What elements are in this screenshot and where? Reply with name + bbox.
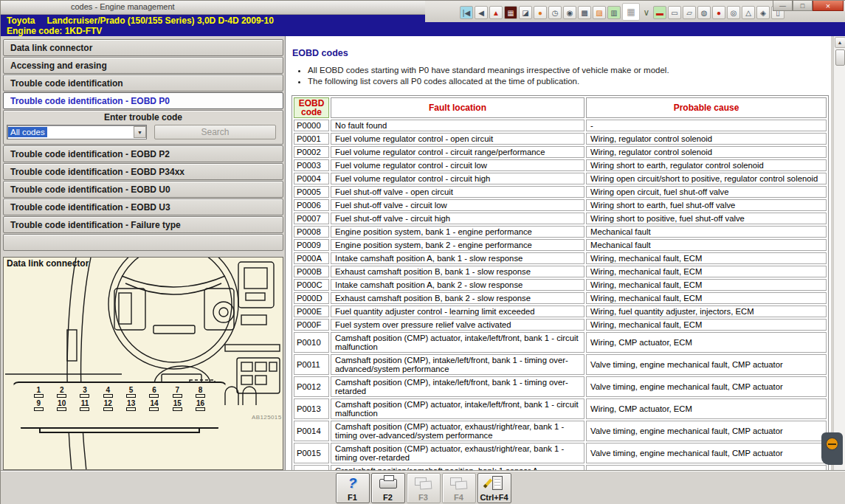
wheel-icon[interactable]: ◎	[727, 6, 740, 19]
go-back-icon[interactable]: ◀	[475, 6, 488, 19]
sidebar-item-empty[interactable]	[3, 234, 283, 251]
fault-cell: Fuel volume regulator control - circuit …	[331, 173, 584, 184]
code-cell: P000F	[294, 319, 329, 331]
diagnostics-icon[interactable]: ▩	[578, 6, 591, 19]
column-header-fault: Fault location	[331, 97, 584, 118]
sidebar-item[interactable]: Trouble code identification - EOBD U3	[3, 199, 283, 215]
notes-button[interactable]: Ctrl+F4	[477, 473, 511, 503]
f3-button[interactable]: F3	[407, 473, 441, 503]
image-icon[interactable]: ▨	[593, 6, 606, 19]
sidebar-item-active[interactable]: Trouble code identification - EOBD P0	[3, 92, 283, 109]
pin-number: 10	[53, 400, 71, 407]
note-edit-icon	[486, 476, 503, 491]
f4-button[interactable]: F4	[442, 473, 476, 503]
autoscroll-widget[interactable]	[821, 432, 843, 465]
cause-cell: Wiring short to earth, regulator control…	[586, 159, 827, 171]
pin-slot	[196, 394, 205, 398]
page-title: EOBD codes	[292, 48, 348, 58]
vehicle-model: Landcruiser/Prado (150/155 Series) 3,0D …	[46, 15, 274, 26]
pin-number: 7	[168, 387, 186, 394]
connector-pin: 6	[145, 387, 163, 398]
code-cell: P000E	[294, 305, 329, 317]
pin-slot	[126, 407, 136, 411]
cause-cell: Mechanical fault	[586, 226, 827, 238]
warning-icon[interactable]: ▲	[489, 6, 503, 19]
print-button[interactable]: F2	[371, 473, 405, 503]
pin-number: 12	[99, 400, 117, 407]
sidebar-item-label: Trouble code identification	[10, 78, 123, 89]
airbag-icon[interactable]: ●	[712, 6, 725, 19]
tools-icon[interactable]: ◪	[519, 6, 532, 19]
table-row: P0009 Engine position system, bank 2 - e…	[294, 239, 827, 251]
vertical-scrollbar[interactable]: ▲	[833, 36, 845, 471]
cause-cell: -	[586, 120, 827, 131]
fault-cell: Exhaust camshaft position B, bank 1 - sl…	[331, 266, 584, 277]
dropdown-arrow-icon[interactable]: ▼	[134, 126, 146, 138]
vehicle-status-icon[interactable]: ▬	[653, 6, 666, 19]
go-first-icon[interactable]: |◀	[460, 6, 473, 19]
sidebar-item[interactable]: Trouble code identification	[3, 75, 283, 92]
fault-cell: Fuel volume regulator control - circuit …	[331, 159, 584, 171]
table-row: P0005 Fuel shut-off valve - open circuit…	[294, 186, 827, 198]
images-icon	[415, 477, 432, 489]
grid-resize-icon[interactable]: ▦	[622, 3, 640, 21]
code-cell: P0013	[294, 398, 329, 419]
connector-pin: 11	[76, 400, 94, 411]
figure-reference: AB125015	[252, 414, 282, 421]
code-cell: P0010	[294, 332, 329, 353]
scroll-up-arrow-icon[interactable]: ▲	[835, 37, 845, 48]
hazard-icon[interactable]: △	[742, 6, 755, 19]
fault-cell: Camshaft position (CMP), intake/left/fro…	[331, 376, 584, 397]
code-cell: P000D	[294, 292, 329, 304]
cause-cell: Wiring open circuit, fuel shut-off valve	[586, 186, 827, 198]
timer-icon[interactable]: ◷	[548, 6, 562, 19]
connector-pin: 14	[145, 400, 163, 411]
table-row: P0016 Crankshaft position/camshaft posit…	[294, 465, 827, 471]
code-cell: P0012	[294, 376, 329, 397]
cause-cell: Wiring, regulator control solenoid	[586, 146, 827, 158]
globe-icon[interactable]: ●	[534, 6, 547, 19]
manual-icon[interactable]: ▦	[504, 6, 517, 19]
sidebar-item[interactable]: Trouble code identification - Failure ty…	[3, 216, 283, 233]
table-row: P0007 Fuel shut-off valve - circuit high…	[294, 213, 827, 224]
intro-bullet: All EOBD codes starting with P0 have sta…	[308, 66, 669, 75]
cause-cell: Wiring, mechanical fault, ECM	[586, 266, 827, 277]
sidebar-item[interactable]: Trouble code identification - EOBD P2	[3, 145, 283, 162]
scrollbar-thumb[interactable]	[835, 49, 845, 66]
pin-slot	[173, 407, 182, 411]
sidebar-item[interactable]: Accessing and erasing	[3, 57, 283, 74]
gearbox-icon[interactable]: ◈	[756, 6, 770, 19]
code-cell: P000C	[294, 279, 329, 291]
engine-icon[interactable]: ▱	[683, 6, 696, 19]
table-row: P000F Fuel system over pressure relief v…	[294, 319, 827, 331]
toolbar: |◀ ◀ ▲ ▦ ◪ ● ◷ ◉ ▩ ▨ ▥ ▦ ∨ ▬ ▭ ▱ ◍ ● ◎ △…	[425, 1, 845, 22]
cause-cell: Wiring, mechanical fault, ECM	[586, 319, 827, 331]
code-cell: P0000	[294, 120, 329, 131]
settings-gear-icon[interactable]: ◉	[563, 6, 576, 19]
codes-table: EOBD code Fault location Probable cause …	[292, 96, 828, 471]
fault-cell: Fuel volume regulator control - circuit …	[331, 146, 584, 158]
connector-pin: 12	[99, 400, 117, 411]
brakes-icon[interactable]: ◍	[697, 6, 711, 19]
autoscroll-icon	[826, 438, 838, 450]
fault-cell: Fuel shut-off valve - circuit low	[331, 199, 584, 211]
search-button[interactable]: Search	[154, 125, 276, 139]
fault-cell: No fault found	[331, 120, 584, 131]
cause-cell: Valve timing, engine mechanical fault, C…	[586, 443, 827, 463]
sidebar-item[interactable]: Data link connector	[3, 39, 283, 56]
pin-slot	[103, 407, 113, 411]
chevron-down-icon[interactable]: ∨	[641, 6, 652, 19]
help-button[interactable]: ? F1	[336, 473, 370, 503]
close-button[interactable]: ×	[813, 1, 844, 11]
restore-button[interactable]: □	[793, 1, 813, 11]
sidebar-item[interactable]: Trouble code identification - EOBD P34xx	[3, 163, 283, 180]
sidebar-item[interactable]: Trouble code identification - EOBD U0	[3, 181, 283, 198]
pin-number: 11	[76, 400, 94, 407]
function-key-bar: ? F1 F2 F3 F4 Ctrl+F4	[1, 471, 845, 504]
pin-slot	[57, 394, 66, 398]
code-filter-dropdown[interactable]: All codes ▼	[7, 125, 147, 139]
minimize-button[interactable]: —	[773, 1, 793, 11]
car-icon[interactable]: ▭	[668, 6, 681, 19]
chart-icon[interactable]: ▥	[607, 6, 621, 19]
code-cell: P0007	[294, 213, 329, 224]
